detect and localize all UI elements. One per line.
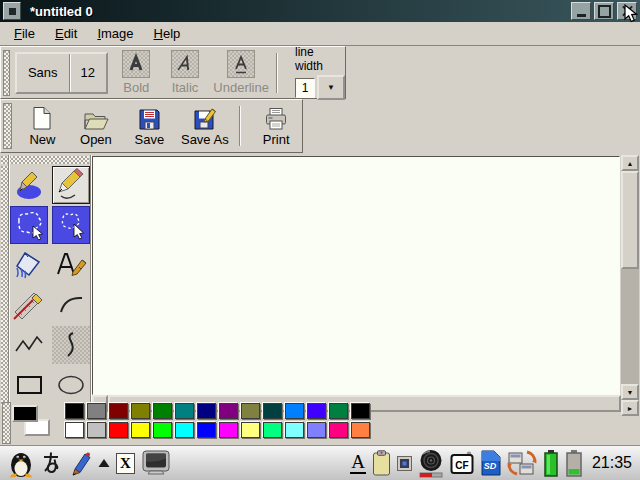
menu-edit[interactable]: Edit <box>45 24 87 43</box>
color-swatch[interactable] <box>241 403 260 419</box>
clipboard-applet[interactable] <box>372 450 391 476</box>
toolbar-grip[interactable] <box>3 103 12 149</box>
linux-launcher-button[interactable] <box>8 448 34 478</box>
tool-curve[interactable] <box>52 326 90 364</box>
save-as-icon <box>177 105 232 131</box>
tool-rectangle[interactable] <box>10 366 48 404</box>
bold-label: Bold <box>116 80 157 95</box>
maximize-button[interactable] <box>594 2 614 20</box>
color-swatch[interactable] <box>153 422 172 438</box>
color-swatch[interactable] <box>285 422 304 438</box>
italic-button[interactable]: Italic <box>165 50 206 95</box>
font-name[interactable]: Sans <box>17 54 69 92</box>
palette-bar-grip[interactable] <box>2 402 11 444</box>
color-swatch[interactable] <box>285 403 304 419</box>
save-button[interactable]: Save <box>124 105 176 147</box>
sd-card-applet[interactable]: SD <box>480 450 501 476</box>
save-as-button[interactable]: Save As <box>177 105 232 147</box>
battery-main-applet[interactable] <box>543 449 559 477</box>
bold-button[interactable]: Bold <box>116 50 157 95</box>
cf-card-icon: CF <box>450 451 474 475</box>
color-swatch[interactable] <box>109 422 128 438</box>
toolbar-grip[interactable] <box>3 50 10 96</box>
print-button[interactable]: Print <box>250 105 302 147</box>
tool-fill[interactable] <box>10 246 48 284</box>
edit-pencil-button[interactable] <box>68 450 92 476</box>
color-swatch[interactable] <box>263 422 282 438</box>
color-swatch[interactable] <box>153 403 172 419</box>
color-swatch[interactable] <box>351 403 370 419</box>
clock-display[interactable]: 21:35 <box>589 454 632 472</box>
color-swatch[interactable] <box>87 422 106 438</box>
scroll-down-button[interactable]: ▼ <box>621 384 639 400</box>
battery-charge-applet[interactable] <box>565 449 583 477</box>
color-swatch[interactable] <box>87 403 106 419</box>
scroll-up-button[interactable]: ▲ <box>621 155 639 171</box>
cf-card-applet[interactable]: CF <box>450 451 474 475</box>
color-swatch[interactable] <box>65 403 84 419</box>
line-width-value[interactable]: 1 <box>295 78 315 98</box>
scroll-right-button[interactable]: ► <box>621 400 639 416</box>
drawing-canvas[interactable] <box>92 156 620 395</box>
color-swatch[interactable] <box>197 422 216 438</box>
new-button[interactable]: New <box>17 105 69 147</box>
vertical-scroll-thumb[interactable] <box>621 171 639 269</box>
tool-text[interactable] <box>52 246 90 284</box>
color-swatch[interactable] <box>351 422 370 438</box>
palette-grip-side[interactable] <box>1 166 8 406</box>
color-swatch[interactable] <box>263 403 282 419</box>
minimize-button[interactable] <box>571 2 591 20</box>
system-menu-button[interactable] <box>3 2 21 20</box>
menu-file[interactable]: File <box>4 24 45 43</box>
color-swatch[interactable] <box>65 422 84 438</box>
terminal-button[interactable] <box>141 450 171 476</box>
menu-bar: File Edit Image Help <box>0 22 640 46</box>
tool-line[interactable] <box>10 286 48 324</box>
tool-brush[interactable] <box>10 166 48 204</box>
color-swatch[interactable] <box>109 403 128 419</box>
font-selector[interactable]: Sans 12 <box>15 52 108 94</box>
display-applet[interactable] <box>397 456 412 471</box>
color-swatch[interactable] <box>175 403 194 419</box>
pencil-icon <box>68 450 92 476</box>
tool-pencil[interactable] <box>52 166 90 204</box>
save-as-label: Save As <box>177 132 232 147</box>
color-swatch[interactable] <box>131 403 150 419</box>
tool-arc[interactable] <box>52 286 90 324</box>
vertical-scrollbar[interactable]: ▲ ▼ <box>621 155 639 400</box>
menu-image[interactable]: Image <box>87 24 143 43</box>
close-button[interactable] <box>617 2 637 20</box>
color-swatch[interactable] <box>197 403 216 419</box>
color-swatch[interactable] <box>131 422 150 438</box>
open-button[interactable]: Open <box>70 105 122 147</box>
tool-lasso-select[interactable] <box>10 206 48 244</box>
color-swatch[interactable] <box>329 403 348 419</box>
color-swatch[interactable] <box>219 403 238 419</box>
svg-text:CF: CF <box>455 460 468 471</box>
ime-switch-button[interactable] <box>98 458 110 468</box>
input-method-button[interactable] <box>40 451 62 475</box>
palette-grip[interactable] <box>1 156 89 164</box>
line-width-dropdown[interactable]: ▼ <box>317 75 345 100</box>
menu-help[interactable]: Help <box>144 24 191 43</box>
arrow-right-icon: ► <box>627 405 634 412</box>
foreground-color-well[interactable] <box>12 405 38 422</box>
text-indicator[interactable]: A <box>350 452 366 474</box>
color-swatch[interactable] <box>329 422 348 438</box>
color-swatch[interactable] <box>241 422 260 438</box>
file-toolbar: New Open Save Save As Print <box>0 99 303 153</box>
maximize-icon <box>598 5 611 18</box>
tool-ellipse[interactable] <box>52 366 90 404</box>
sync-applet[interactable] <box>507 449 537 477</box>
color-swatch[interactable] <box>307 422 326 438</box>
color-swatch[interactable] <box>175 422 194 438</box>
underline-button[interactable]: Underline <box>213 50 269 95</box>
color-swatch[interactable] <box>219 422 238 438</box>
format-toolbar: Sans 12 Bold Italic Underline line width <box>0 46 346 99</box>
x11-button[interactable]: X <box>116 453 135 474</box>
volume-applet[interactable] <box>418 449 444 478</box>
tool-free-select[interactable] <box>52 206 90 244</box>
font-size[interactable]: 12 <box>69 54 106 92</box>
tool-polyline[interactable] <box>10 326 48 364</box>
color-swatch[interactable] <box>307 403 326 419</box>
